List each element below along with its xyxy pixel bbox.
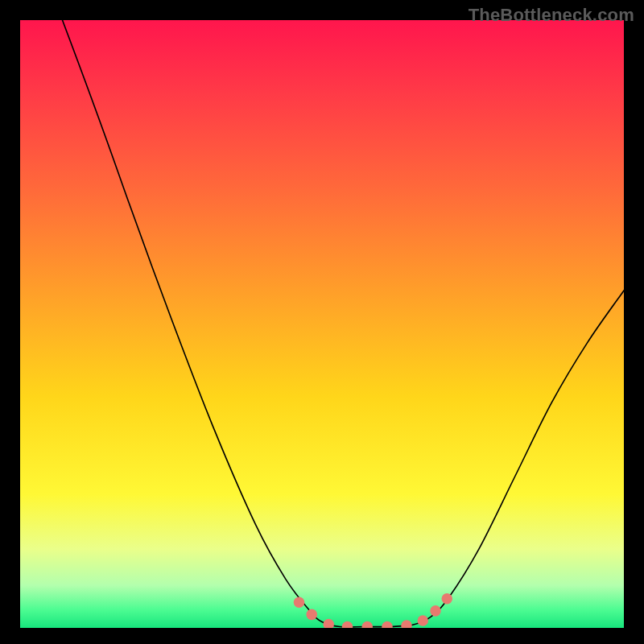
chart-stage: TheBottleneck.com [0,0,644,644]
curve-marker-dot [294,597,305,608]
curve-marker-dot [442,593,453,605]
watermark-text: TheBottleneck.com [469,5,634,26]
curve-marker-dot [307,609,318,621]
curve-marker-dot [430,605,441,617]
curve-marker-dot [418,615,429,626]
gradient-background [20,20,624,628]
bottleneck-chart [20,20,624,628]
